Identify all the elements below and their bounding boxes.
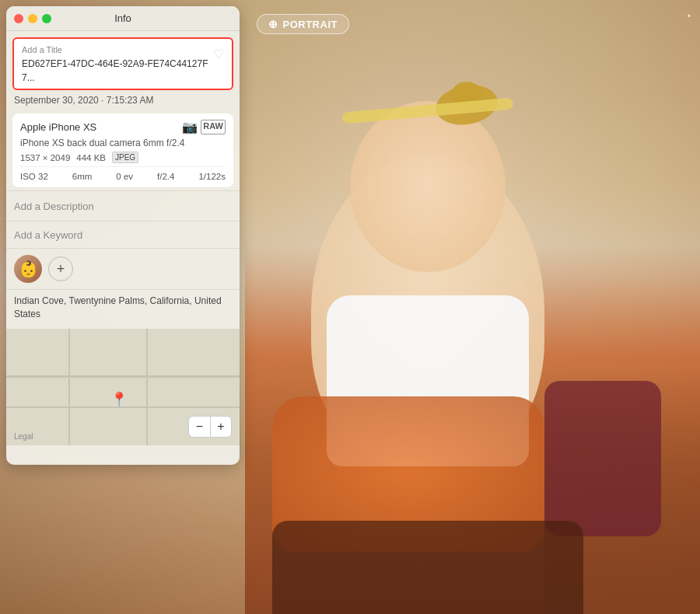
focal-length: 6mm: [72, 172, 93, 181]
panel-content[interactable]: Add a Title ED627EF1-47DC-464E-92A9-FE74…: [6, 31, 240, 465]
add-keyword-placeholder[interactable]: Add a Keyword: [14, 229, 82, 241]
location-text: Indian Cove, Twentynine Palms, Californi…: [14, 295, 232, 321]
map-road: [6, 375, 240, 378]
zoom-in-button[interactable]: +: [210, 416, 232, 438]
minimize-button[interactable]: [28, 14, 37, 23]
map-section[interactable]: 📍 − + Legal: [6, 329, 240, 445]
camera-icons: 📷 RAW: [182, 120, 226, 134]
iso: ISO 32: [20, 172, 48, 181]
maximize-button[interactable]: [42, 14, 51, 23]
portrait-icon: ⊕: [268, 18, 278, 30]
camera-header: Apple iPhone XS 📷 RAW: [20, 120, 226, 134]
title-input-area[interactable]: Add a Title ED627EF1-47DC-464E-92A9-FE74…: [22, 45, 213, 84]
date-section: September 30, 2020 · 7:15:23 AM: [6, 90, 240, 110]
heart-icon[interactable]: ♡: [213, 47, 224, 61]
portrait-badge: ⊕ PORTRAIT: [257, 14, 349, 34]
person-avatar[interactable]: 👶: [14, 255, 42, 283]
keyword-section[interactable]: Add a Keyword: [6, 221, 240, 248]
date-text: September 30, 2020 · 7:15:23 AM: [14, 95, 153, 106]
exposure: 0 ev: [116, 172, 133, 181]
description-section[interactable]: Add a Description: [6, 190, 240, 221]
format-badge: JPEG: [112, 152, 138, 163]
aperture: f/2.4: [157, 172, 174, 181]
pin-icon: •: [688, 11, 691, 22]
map-controls: − +: [188, 416, 232, 438]
add-person-button[interactable]: +: [48, 256, 73, 281]
info-panel: Info Add a Title ED627EF1-47DC-464E-92A9…: [6, 6, 240, 465]
camera-section: Apple iPhone XS 📷 RAW iPhone XS back dua…: [12, 113, 233, 187]
title-section[interactable]: Add a Title ED627EF1-47DC-464E-92A9-FE74…: [12, 37, 233, 90]
title-value: ED627EF1-47DC-464E-92A9-FE74C44127F7...: [22, 58, 208, 83]
file-info: 1537 × 2049 444 KB JPEG: [20, 152, 138, 163]
zoom-out-button[interactable]: −: [188, 416, 210, 438]
traffic-lights: [14, 14, 51, 23]
map-pin: 📍: [110, 391, 128, 408]
camera-meta: 1537 × 2049 444 KB JPEG: [20, 152, 226, 163]
location-section: Indian Cove, Twentynine Palms, Californi…: [6, 289, 240, 329]
map-road-v2: [146, 329, 148, 445]
add-title-placeholder: Add a Title: [22, 45, 213, 54]
file-size: 444 KB: [76, 153, 106, 162]
title-bar: Info: [6, 6, 240, 31]
legal-link[interactable]: Legal: [14, 432, 33, 441]
map-road-v: [68, 329, 70, 445]
dimensions: 1537 × 2049: [20, 153, 70, 162]
raw-icon: RAW: [201, 120, 226, 134]
people-section: 👶 +: [6, 248, 240, 289]
shutter-speed: 1/122s: [198, 172, 226, 181]
camera-icon: 📷: [182, 120, 198, 134]
add-description-placeholder[interactable]: Add a Description: [14, 201, 94, 212]
camera-lens: iPhone XS back dual camera 6mm f/2.4: [20, 138, 226, 148]
portrait-label: PORTRAIT: [283, 19, 338, 30]
window-title: Info: [114, 12, 131, 24]
exif-row: ISO 32 6mm 0 ev f/2.4 1/122s: [20, 166, 226, 181]
close-button[interactable]: [14, 14, 23, 23]
camera-model: Apple iPhone XS: [20, 121, 96, 133]
